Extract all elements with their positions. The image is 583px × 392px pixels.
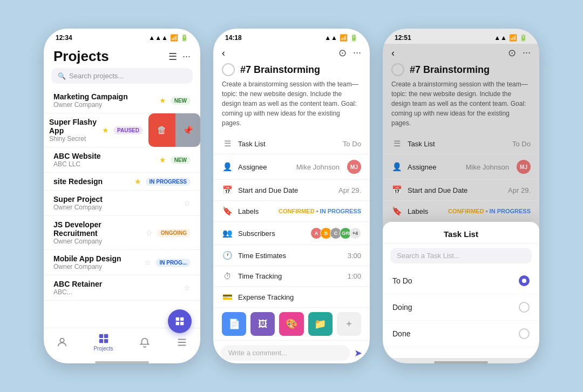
- task-field-labels[interactable]: 🔖 Labels CONFIRMED • IN PROGRESS: [213, 201, 370, 222]
- task-field-estimates[interactable]: 🕐 Time Estimates 3:00: [213, 245, 370, 266]
- search-bar[interactable]: 🔍 Search projects...: [51, 68, 193, 84]
- modal-search-input[interactable]: Search a Task List...: [390, 248, 532, 263]
- nav-projects-label: Projects: [93, 346, 113, 352]
- status-bar-3: 12:51 ▲▲ 📶 🔋: [383, 29, 539, 44]
- modal-title: Task List: [383, 222, 539, 244]
- send-button[interactable]: ➤: [354, 347, 362, 359]
- label-icon: 🔖: [222, 206, 233, 216]
- signal-icon-3: ▲▲: [494, 34, 507, 42]
- task-complete-circle[interactable]: [222, 63, 235, 76]
- modal-option-todo[interactable]: To Do: [383, 268, 539, 294]
- subscribers-icon: 👥: [222, 228, 233, 238]
- attachment-4[interactable]: 📁: [308, 312, 333, 336]
- star-icon[interactable]: ★: [159, 96, 166, 105]
- star-icon-4[interactable]: ★: [134, 177, 141, 186]
- list-item[interactable]: Mobile App Design Owner Company ☆ IN PRO…: [44, 250, 200, 275]
- modal-option-doing[interactable]: Doing: [383, 294, 539, 321]
- status-icons-1: ▲▲▲ 📶 🔋: [148, 34, 188, 42]
- status-badge: NEW: [171, 97, 191, 105]
- nav-menu[interactable]: [176, 336, 188, 348]
- task-list-modal: Task List Search a Task List... To Do Do…: [383, 222, 539, 358]
- status-icons-3: ▲▲ 📶 🔋: [494, 34, 527, 42]
- list-item[interactable]: ABC Retainer ABC... ☆: [44, 275, 200, 301]
- task-field-tasklist[interactable]: ☰ Task List To Do: [213, 133, 370, 154]
- projects-title: Projects: [53, 48, 109, 65]
- pin-button[interactable]: 📌: [175, 113, 200, 147]
- list-item[interactable]: site Redesign ★ IN PROGRESS: [44, 173, 200, 191]
- back-button-2[interactable]: ‹: [222, 48, 225, 59]
- comment-input[interactable]: Write a comment...: [221, 345, 350, 361]
- modal-option-done[interactable]: Done: [383, 321, 539, 347]
- status-bar-2: 14:18 ▲▲ 📶 🔋: [213, 29, 370, 44]
- settings-icon-2[interactable]: ⊙: [338, 47, 347, 59]
- nav-projects[interactable]: Projects: [93, 333, 113, 352]
- wifi-icon-2: 📶: [340, 34, 348, 42]
- phone-2: 14:18 ▲▲ 📶 🔋 ‹ ⊙ ··· #7 Brainstorming Cr…: [213, 29, 370, 363]
- attachments-row: 📄 🖼 🎨 📁 +: [213, 308, 370, 340]
- wifi-icon: 📶: [170, 34, 178, 42]
- star-icon-2[interactable]: ★: [102, 126, 109, 134]
- svg-rect-5: [99, 334, 103, 338]
- task-title-2: #7 Brainstorming: [240, 64, 320, 76]
- status-icons-2: ▲▲ 📶 🔋: [324, 34, 358, 42]
- star-icon-5[interactable]: ☆: [184, 199, 191, 207]
- svg-rect-3: [180, 322, 184, 325]
- search-icon: 🔍: [58, 72, 66, 80]
- avatar-overflow: +4: [349, 227, 361, 239]
- subscriber-avatars: A B C GR +4: [310, 227, 361, 239]
- comment-bar: Write a comment... ➤: [213, 340, 370, 363]
- status-badge: NEW: [171, 156, 191, 164]
- list-item-swiped[interactable]: Super Flashy App Shiny Secret ★ PAUSED 🗑…: [44, 113, 200, 147]
- task-field-assignee[interactable]: 👤 Assignee Mike Johnson MJ: [213, 154, 370, 180]
- status-badge: IN PROGRESS: [146, 178, 191, 186]
- timer-icon: ⏱: [222, 272, 233, 281]
- add-attachment-button[interactable]: +: [337, 312, 361, 336]
- star-icon-3[interactable]: ★: [159, 156, 166, 164]
- battery-icon-2: 🔋: [350, 34, 358, 42]
- nav-notifications[interactable]: [139, 336, 151, 348]
- task-field-subscribers[interactable]: 👥 Subscribers A B C GR +4: [213, 222, 370, 245]
- list-item[interactable]: JS Developer Recruitment Owner Company ☆…: [44, 216, 200, 250]
- task-field-tracking[interactable]: ⏱ Time Tracking 1:00: [213, 266, 370, 287]
- more-icon-2[interactable]: ···: [353, 47, 361, 59]
- time-3: 12:51: [395, 34, 411, 42]
- signal-icon-2: ▲▲: [324, 34, 337, 42]
- phone-1: 12:34 ▲▲▲ 📶 🔋 Projects ☰ ··· 🔍 Search pr…: [44, 29, 200, 363]
- battery-icon: 🔋: [180, 34, 188, 42]
- status-badge: IN PROG...: [155, 259, 191, 267]
- status-badge: ONGOING: [157, 229, 191, 237]
- clock-icon: 🕐: [222, 251, 233, 260]
- search-placeholder: Search projects...: [69, 72, 124, 80]
- home-indicator: [95, 361, 149, 363]
- task-title-row-2: #7 Brainstorming: [213, 61, 370, 79]
- list-item[interactable]: ABC Website ABC LLC ★ NEW: [44, 147, 200, 173]
- svg-point-4: [60, 338, 64, 342]
- battery-icon-3: 🔋: [519, 34, 527, 42]
- attachment-3[interactable]: 🎨: [279, 312, 303, 336]
- wifi-icon-3: 📶: [509, 34, 517, 42]
- time-2: 14:18: [225, 34, 242, 42]
- signal-icon: ▲▲▲: [148, 34, 168, 42]
- star-icon-6[interactable]: ☆: [146, 228, 153, 237]
- radio-selected-todo: [519, 275, 530, 286]
- nav-profile[interactable]: [56, 336, 68, 348]
- svg-rect-1: [180, 317, 184, 321]
- task-field-expense[interactable]: 💳 Expense Tracking: [213, 287, 370, 308]
- calendar-icon: 📅: [222, 185, 233, 195]
- star-icon-8[interactable]: ☆: [184, 283, 191, 292]
- list-item[interactable]: Super Project Owner Company ☆: [44, 191, 200, 216]
- attachment-1[interactable]: 📄: [222, 312, 246, 336]
- star-icon-7[interactable]: ☆: [144, 258, 151, 267]
- list-item[interactable]: Marketing Campaign Owner Company ★ NEW: [44, 88, 200, 113]
- svg-rect-6: [104, 334, 107, 338]
- svg-rect-2: [176, 322, 179, 325]
- task-header-2: ‹ ⊙ ···: [213, 44, 370, 61]
- add-project-fab[interactable]: [168, 309, 192, 333]
- filter-icon[interactable]: ☰: [168, 51, 177, 63]
- more-options-icon[interactable]: ···: [182, 51, 191, 62]
- delete-button[interactable]: 🗑: [148, 113, 175, 147]
- svg-rect-7: [99, 339, 103, 343]
- attachment-2[interactable]: 🖼: [250, 312, 275, 336]
- task-field-date[interactable]: 📅 Start and Due Date Apr 29.: [213, 180, 370, 201]
- header-actions: ☰ ···: [168, 51, 191, 63]
